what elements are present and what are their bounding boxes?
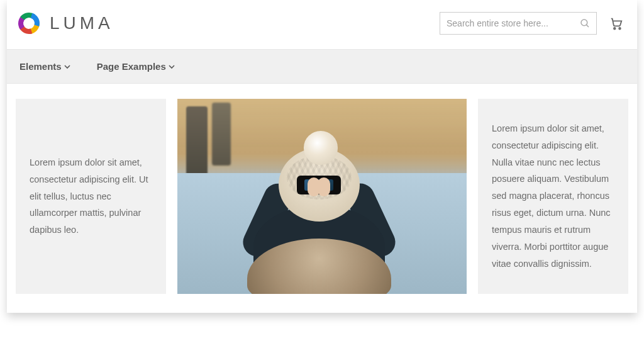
cart-button[interactable] [608, 15, 625, 31]
content-row: Lorem ipsum dolor sit amet, consectetur … [7, 84, 637, 313]
column-left: Lorem ipsum dolor sit amet, consectetur … [16, 99, 166, 294]
chevron-down-icon [169, 64, 175, 70]
search-input[interactable] [440, 13, 596, 34]
nav-item-label: Page Examples [97, 61, 166, 72]
svg-point-8 [619, 28, 621, 30]
main-nav: Elements Page Examples [7, 49, 637, 84]
cart-icon [609, 16, 623, 30]
hero-image [177, 99, 467, 294]
search-button[interactable] [576, 14, 594, 32]
svg-line-6 [586, 25, 589, 27]
site-header: LUMA [7, 0, 637, 49]
text-block-right-content: Lorem ipsum dolor sit amet, consectetur … [492, 120, 614, 272]
text-block-right: Lorem ipsum dolor sit amet, consectetur … [478, 99, 628, 294]
brand-logo-icon [16, 10, 42, 37]
brand[interactable]: LUMA [16, 10, 114, 37]
svg-point-7 [614, 28, 616, 30]
nav-item-page-examples[interactable]: Page Examples [93, 50, 179, 83]
column-right: Lorem ipsum dolor sit amet, consectetur … [478, 99, 628, 294]
nav-item-elements[interactable]: Elements [16, 50, 74, 83]
brand-name: LUMA [50, 13, 114, 33]
nav-item-label: Elements [19, 61, 62, 72]
chevron-down-icon [64, 64, 70, 70]
page-container: LUMA [7, 0, 637, 313]
column-image [177, 99, 467, 294]
search-box [440, 12, 597, 35]
text-block-left: Lorem ipsum dolor sit amet, consectetur … [16, 99, 166, 294]
text-block-left-content: Lorem ipsum dolor sit amet, consectetur … [30, 154, 152, 239]
search-icon [579, 18, 591, 29]
header-actions [440, 12, 625, 35]
svg-point-5 [581, 20, 587, 26]
